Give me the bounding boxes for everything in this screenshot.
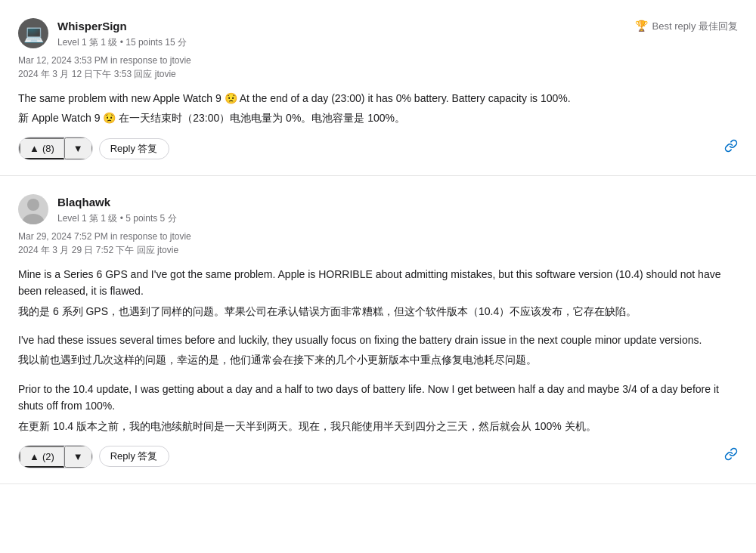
arrow-up-icon: ▲	[29, 143, 39, 154]
action-left: ▲(8)▼Reply 答复	[18, 137, 169, 160]
user-avatar	[18, 194, 48, 224]
vote-count: (2)	[42, 451, 54, 462]
comment-content: The same problem with new Apple Watch 9 …	[18, 90, 738, 127]
user-info: BlaqhawkLevel 1 第 1 级 • 5 points 5 分	[18, 194, 177, 225]
content-en: I've had these issues several times befo…	[18, 332, 738, 348]
content-cn: 新 Apple Watch 9 😟 在一天结束时（23:00）电池电量为 0%。…	[18, 110, 738, 126]
user-level: Level 1 第 1 级 • 5 points 5 分	[57, 212, 177, 225]
vote-container: ▲(2)▼	[18, 445, 93, 468]
link-icon[interactable]	[724, 447, 738, 466]
content-cn: 我的是 6 系列 GPS，也遇到了同样的问题。苹果公司在承认错误方面非常糟糕，但…	[18, 303, 738, 320]
content-block-0: The same problem with new Apple Watch 9 …	[18, 90, 738, 127]
timestamp-en: Mar 29, 2024 7:52 PM in response to jtov…	[18, 230, 738, 243]
comment-card-1: BlaqhawkLevel 1 第 1 级 • 5 points 5 分Mar …	[0, 176, 756, 484]
link-icon[interactable]	[724, 139, 738, 158]
svg-point-1	[23, 214, 44, 224]
page-container: 💻WhisperSignLevel 1 第 1 级 • 15 points 15…	[0, 0, 756, 484]
best-reply-badge: 🏆Best reply 最佳回复	[635, 18, 738, 34]
user-info: 💻WhisperSignLevel 1 第 1 级 • 15 points 15…	[18, 18, 187, 49]
user-avatar: 💻	[18, 18, 48, 48]
content-cn: 在更新 10.4 版本之前，我的电池续航时间是一天半到两天。现在，我只能使用半天…	[18, 418, 738, 434]
user-details: WhisperSignLevel 1 第 1 级 • 15 points 15 …	[57, 18, 187, 49]
arrow-up-icon: ▲	[29, 451, 39, 462]
username: Blaqhawk	[57, 194, 177, 212]
best-reply-label: Best reply 最佳回复	[652, 19, 738, 34]
comment-card-0: 💻WhisperSignLevel 1 第 1 级 • 15 points 15…	[0, 0, 756, 176]
svg-point-0	[27, 199, 39, 211]
timestamp-cn: 2024 年 3 月 29 日 7:52 下午 回应 jtovie	[18, 243, 738, 257]
content-cn: 我以前也遇到过几次这样的问题，幸运的是，他们通常会在接下来的几个小更新版本中重点…	[18, 351, 738, 368]
content-en: The same problem with new Apple Watch 9 …	[18, 90, 738, 107]
timestamp-block: Mar 12, 2024 3:53 PM in response to jtov…	[18, 54, 738, 81]
content-block-1: I've had these issues several times befo…	[18, 332, 738, 369]
username: WhisperSign	[57, 18, 187, 36]
comment-header: BlaqhawkLevel 1 第 1 级 • 5 points 5 分	[18, 194, 738, 225]
vote-up-button[interactable]: ▲(2)	[19, 446, 64, 468]
user-details: BlaqhawkLevel 1 第 1 级 • 5 points 5 分	[57, 194, 177, 225]
reply-button[interactable]: Reply 答复	[99, 138, 169, 159]
avatar-silhouette	[18, 194, 48, 224]
vote-up-button[interactable]: ▲(8)	[19, 137, 64, 159]
comment-header: 💻WhisperSignLevel 1 第 1 级 • 15 points 15…	[18, 18, 738, 49]
best-reply-icon: 🏆	[635, 18, 648, 34]
vote-container: ▲(8)▼	[18, 137, 93, 160]
content-block-2: Prior to the 10.4 update, I was getting …	[18, 381, 738, 434]
content-en: Prior to the 10.4 update, I was getting …	[18, 381, 738, 415]
avatar-emoji: 💻	[23, 21, 44, 46]
content-block-0: Mine is a Series 6 GPS and I've got the …	[18, 266, 738, 320]
vote-down-button[interactable]: ▼	[64, 446, 92, 468]
action-left: ▲(2)▼Reply 答复	[18, 445, 169, 468]
arrow-down-icon: ▼	[73, 143, 83, 154]
timestamp-block: Mar 29, 2024 7:52 PM in response to jtov…	[18, 230, 738, 257]
content-en: Mine is a Series 6 GPS and I've got the …	[18, 266, 738, 300]
reply-button[interactable]: Reply 答复	[99, 446, 169, 467]
action-bar: ▲(2)▼Reply 答复	[18, 445, 738, 468]
vote-count: (8)	[42, 143, 54, 154]
user-level: Level 1 第 1 级 • 15 points 15 分	[57, 36, 187, 49]
timestamp-en: Mar 12, 2024 3:53 PM in response to jtov…	[18, 54, 738, 67]
action-bar: ▲(8)▼Reply 答复	[18, 137, 738, 160]
timestamp-cn: 2024 年 3 月 12 日下午 3:53 回应 jtovie	[18, 67, 738, 81]
comment-content: Mine is a Series 6 GPS and I've got the …	[18, 266, 738, 434]
arrow-down-icon: ▼	[73, 451, 83, 462]
vote-down-button[interactable]: ▼	[64, 137, 92, 159]
